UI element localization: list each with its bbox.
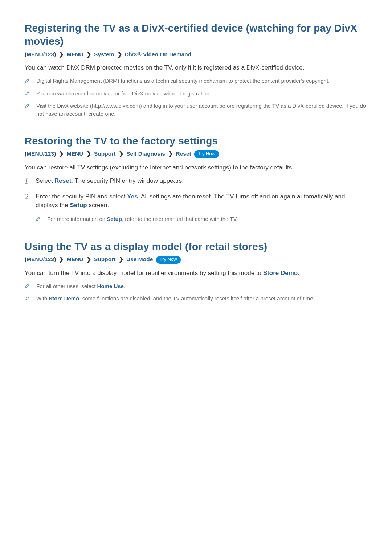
step-text: Enter the security PIN and select xyxy=(36,193,127,200)
intro-text-a: You can turn the TV into a display model… xyxy=(25,270,263,276)
chevron-right-icon: ❯ xyxy=(59,256,64,262)
pencil-icon xyxy=(25,77,33,85)
bc-system: System xyxy=(94,51,114,57)
hl-store-demo: Store Demo xyxy=(263,270,298,276)
note-text: Digital Rights Management (DRM) function… xyxy=(36,77,367,85)
paren-close: ) xyxy=(54,256,56,262)
try-now-button[interactable]: Try Now xyxy=(156,256,181,264)
heading-divx: Registering the TV as a DivX-certified d… xyxy=(25,22,367,48)
section-use-mode: Using the TV as a display model (for ret… xyxy=(25,240,367,303)
chevron-right-icon: ❯ xyxy=(117,51,122,57)
pencil-icon xyxy=(36,216,44,223)
note-item: Visit the DivX website (http://www.divx.… xyxy=(25,102,367,118)
step-1: Select Reset. The security PIN entry win… xyxy=(25,177,367,186)
pencil-icon xyxy=(25,90,33,98)
hl-setup: Setup xyxy=(70,202,87,209)
bc-self-diagnosis: Self Diagnosis xyxy=(126,151,165,157)
pencil-icon xyxy=(25,102,33,110)
subnote-text-a: For more information on xyxy=(47,216,107,222)
intro-restore: You can restore all TV settings (excludi… xyxy=(25,163,367,172)
bc-menu123: MENU/123 xyxy=(26,151,54,157)
subnote: For more information on Setup, refer to … xyxy=(36,215,367,223)
hl-reset: Reset xyxy=(54,177,71,184)
note-text: With Store Demo, some functions are disa… xyxy=(36,295,367,303)
intro-text-b: . xyxy=(298,270,299,276)
chevron-right-icon: ❯ xyxy=(119,151,123,157)
breadcrumb-divx: (MENU/123) ❯ MENU ❯ System ❯ DivX® Video… xyxy=(25,50,367,58)
bc-support: Support xyxy=(94,151,115,157)
section-restore: Restoring the TV to the factory settings… xyxy=(25,135,367,223)
notes-divx: Digital Rights Management (DRM) function… xyxy=(25,77,367,118)
chevron-right-icon: ❯ xyxy=(86,151,91,157)
chevron-right-icon: ❯ xyxy=(59,51,64,57)
bc-menu: MENU xyxy=(67,151,83,157)
try-now-button[interactable]: Try Now xyxy=(194,150,219,158)
hl-setup: Setup xyxy=(107,216,122,222)
note-item: With Store Demo, some functions are disa… xyxy=(25,295,367,303)
note-text: You can watch recorded movies or free Di… xyxy=(36,90,367,98)
step-text: . The security PIN entry window appears. xyxy=(71,177,184,184)
bc-menu123: MENU/123 xyxy=(26,256,54,262)
note-text-a: With xyxy=(36,295,49,301)
chevron-right-icon: ❯ xyxy=(59,151,64,157)
note-text-b: . xyxy=(124,283,125,289)
subnote-text: For more information on Setup, refer to … xyxy=(47,215,238,223)
step-body: Enter the security PIN and select Yes. A… xyxy=(36,192,367,223)
heading-restore: Restoring the TV to the factory settings xyxy=(25,135,367,148)
chevron-right-icon: ❯ xyxy=(86,51,91,57)
breadcrumb-use-mode: (MENU/123) ❯ MENU ❯ Support ❯ Use Mode T… xyxy=(25,255,367,264)
intro-use-mode: You can turn the TV into a display model… xyxy=(25,269,367,278)
chevron-right-icon: ❯ xyxy=(168,151,173,157)
heading-use-mode: Using the TV as a display model (for ret… xyxy=(25,240,367,253)
bc-support: Support xyxy=(94,256,115,262)
step-text: Select xyxy=(36,177,54,184)
bc-menu: MENU xyxy=(67,51,83,57)
section-divx: Registering the TV as a DivX-certified d… xyxy=(25,22,367,118)
paren-close: ) xyxy=(54,151,56,157)
note-text: For all other uses, select Home Use. xyxy=(36,282,367,290)
breadcrumb-restore: (MENU/123) ❯ MENU ❯ Support ❯ Self Diagn… xyxy=(25,150,367,158)
note-text-b: , some functions are disabled, and the T… xyxy=(79,295,314,301)
chevron-right-icon: ❯ xyxy=(119,256,123,262)
hl-store-demo: Store Demo xyxy=(49,295,79,301)
intro-divx: You can watch DivX DRM protected movies … xyxy=(25,63,367,73)
hl-yes: Yes xyxy=(127,193,138,200)
pencil-icon xyxy=(25,283,33,291)
chevron-right-icon: ❯ xyxy=(86,256,91,262)
bc-divx-vod: DivX® Video On Demand xyxy=(125,51,191,57)
note-item: You can watch recorded movies or free Di… xyxy=(25,90,367,98)
step-text: screen. xyxy=(87,202,109,209)
bc-reset: Reset xyxy=(176,151,191,157)
pencil-icon xyxy=(25,295,33,303)
bc-menu: MENU xyxy=(67,256,83,262)
note-text: Visit the DivX website (http://www.divx.… xyxy=(36,102,367,118)
notes-use-mode: For all other uses, select Home Use. Wit… xyxy=(25,282,367,303)
paren-close: ) xyxy=(54,51,56,57)
note-item: For all other uses, select Home Use. xyxy=(25,282,367,291)
step-2: Enter the security PIN and select Yes. A… xyxy=(25,192,367,223)
bc-use-mode: Use Mode xyxy=(126,256,153,262)
bc-menu123: MENU/123 xyxy=(26,51,54,57)
note-text-a: For all other uses, select xyxy=(36,283,97,289)
subnote-text-b: , refer to the user manual that came wit… xyxy=(122,216,238,222)
note-item: Digital Rights Management (DRM) function… xyxy=(25,77,367,85)
step-body: Select Reset. The security PIN entry win… xyxy=(36,177,367,186)
hl-home-use: Home Use xyxy=(97,283,124,289)
steps-restore: Select Reset. The security PIN entry win… xyxy=(25,177,367,223)
